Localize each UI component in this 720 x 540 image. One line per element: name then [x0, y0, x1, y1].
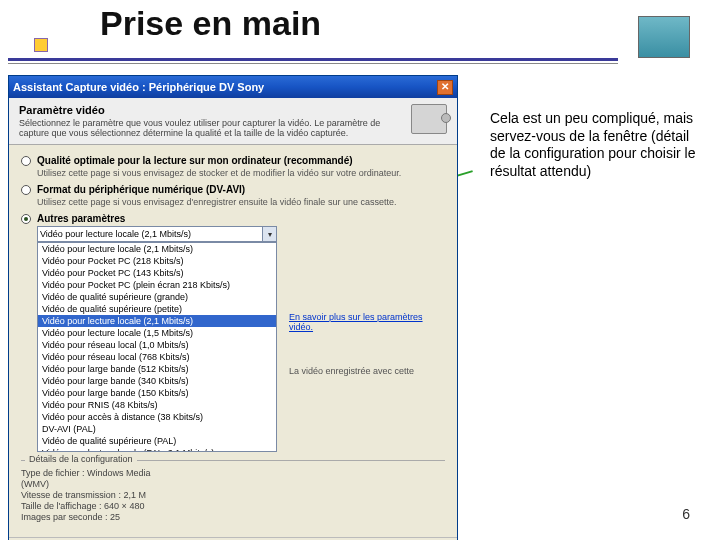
dropdown-item[interactable]: Vidéo pour Pocket PC (plein écran 218 Kb… — [38, 279, 276, 291]
option-label: Qualité optimale pour la lecture sur mon… — [37, 155, 353, 166]
chevron-down-icon[interactable]: ▾ — [262, 227, 276, 241]
slide-page-number: 6 — [682, 506, 690, 522]
detail-line: Taille de l'affichage : 640 × 480 — [21, 501, 445, 511]
dropdown-item[interactable]: Vidéo pour Pocket PC (143 Kbits/s) — [38, 267, 276, 279]
option-dv-avi[interactable]: Format du périphérique numérique (DV-AVI… — [21, 184, 445, 195]
option-label: Autres paramètres — [37, 213, 125, 224]
radio-icon[interactable] — [21, 214, 31, 224]
window-title: Assistant Capture vidéo : Périphérique D… — [13, 81, 437, 93]
window-titlebar[interactable]: Assistant Capture vidéo : Périphérique D… — [9, 76, 457, 98]
dropdown-item[interactable]: Vidéo pour réseau local (768 Kbits/s) — [38, 351, 276, 363]
dropdown-item[interactable]: Vidéo de qualité supérieure (grande) — [38, 291, 276, 303]
wizard-window: Assistant Capture vidéo : Périphérique D… — [8, 75, 458, 540]
dropdown-item[interactable]: Vidéo pour réseau local (1,0 Mbits/s) — [38, 339, 276, 351]
dropdown-item[interactable]: Vidéo pour lecture locale (PAL, 2,1 Mbit… — [38, 447, 276, 452]
radio-icon[interactable] — [21, 185, 31, 195]
link-text[interactable]: En savoir plus sur les paramètres vidéo. — [289, 312, 423, 332]
dropdown-item[interactable]: Vidéo pour lecture locale (1,5 Mbits/s) — [38, 327, 276, 339]
detail-line: Images par seconde : 25 — [21, 512, 445, 522]
detail-line: Type de fichier : Windows Media — [21, 468, 445, 478]
slide-bullet-icon — [34, 38, 48, 52]
dropdown-item[interactable]: Vidéo pour large bande (512 Kbits/s) — [38, 363, 276, 375]
close-button[interactable]: ✕ — [437, 80, 453, 95]
option-desc: Utilisez cette page si vous envisagez d'… — [37, 197, 445, 207]
dropdown-item[interactable]: Vidéo pour Pocket PC (218 Kbits/s) — [38, 255, 276, 267]
slide-header: Prise en main — [0, 0, 720, 72]
group-legend: Détails de la configuration — [25, 454, 137, 464]
dropdown-item[interactable]: Vidéo pour large bande (340 Kbits/s) — [38, 375, 276, 387]
radio-icon[interactable] — [21, 156, 31, 166]
slide-annotation: Cela est un peu compliqué, mais servez-v… — [490, 110, 700, 180]
slide-title: Prise en main — [30, 0, 720, 43]
slide-logo-icon — [638, 16, 690, 58]
dropdown-item[interactable]: DV-AVI (PAL) — [38, 423, 276, 435]
combobox-value: Vidéo pour lecture locale (2,1 Mbits/s) — [40, 229, 191, 239]
learn-more-link: En savoir plus sur les paramètres vidéo. — [289, 312, 449, 332]
option-label: Format du périphérique numérique (DV-AVI… — [37, 184, 245, 195]
option-desc: Utilisez cette page si vous envisagez de… — [37, 168, 445, 178]
dropdown-item[interactable]: Vidéo pour lecture locale (2,1 Mbits/s) — [38, 243, 276, 255]
dropdown-item[interactable]: Vidéo pour accès à distance (38 Kbits/s) — [38, 411, 276, 423]
slide-divider — [8, 58, 618, 64]
side-note-text: La vidéo enregistrée avec cette — [289, 366, 449, 376]
dropdown-item[interactable]: Vidéo de qualité supérieure (PAL) — [38, 435, 276, 447]
banner-title: Paramètre vidéo — [19, 104, 403, 116]
video-setting-combobox[interactable]: Vidéo pour lecture locale (2,1 Mbits/s) … — [37, 226, 277, 242]
option-other-params[interactable]: Autres paramètres — [21, 213, 445, 224]
dropdown-item[interactable]: Vidéo de qualité supérieure (petite) — [38, 303, 276, 315]
detail-line: Vitesse de transmission : 2,1 M — [21, 490, 445, 500]
detail-line: (WMV) — [21, 479, 445, 489]
config-details-group: Détails de la configuration Type de fich… — [21, 460, 445, 522]
dropdown-item[interactable]: Vidéo pour RNIS (48 Kbits/s) — [38, 399, 276, 411]
wizard-banner: Paramètre vidéo Sélectionnez le paramètr… — [9, 98, 457, 145]
camera-icon — [411, 104, 447, 134]
close-icon: ✕ — [441, 82, 449, 92]
option-best-quality[interactable]: Qualité optimale pour la lecture sur mon… — [21, 155, 445, 166]
video-setting-dropdown-list[interactable]: Vidéo pour lecture locale (2,1 Mbits/s)V… — [37, 242, 277, 452]
wizard-body: Qualité optimale pour la lecture sur mon… — [9, 145, 457, 529]
dropdown-item[interactable]: Vidéo pour large bande (150 Kbits/s) — [38, 387, 276, 399]
dropdown-item[interactable]: Vidéo pour lecture locale (2,1 Mbits/s) — [38, 315, 276, 327]
banner-subtitle: Sélectionnez le paramètre que vous voule… — [19, 118, 403, 138]
